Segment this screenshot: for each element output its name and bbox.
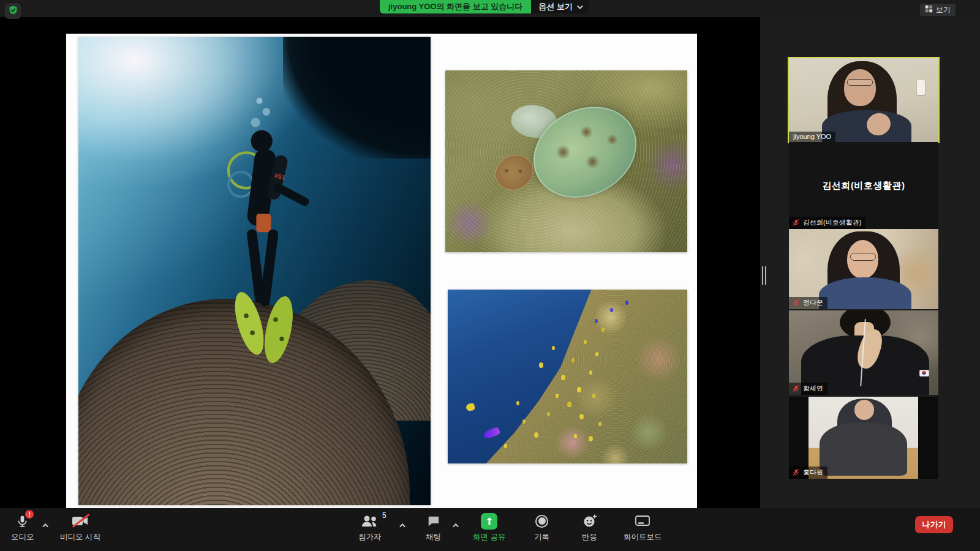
scuba-diver-silhouette: X51 <box>181 84 343 393</box>
name-tag: 홍다원 <box>789 467 827 479</box>
shared-screen-stage: X51 <box>0 17 760 508</box>
shield-check-icon <box>8 5 18 18</box>
participant-name-center: 김선희(비호생활관) <box>823 180 905 192</box>
screen-share-banner: jiyoung YOO의 화면을 보고 있습니다 옵션 보기 <box>380 0 589 13</box>
chat-button[interactable]: 채팅 <box>426 513 441 542</box>
chevron-down-icon <box>577 3 583 9</box>
muted-mic-icon <box>792 384 800 392</box>
chat-label: 채팅 <box>426 532 441 542</box>
view-button-label: 보기 <box>936 5 951 15</box>
muted-mic-icon <box>792 299 800 307</box>
light-switch <box>917 80 925 95</box>
participants-options-caret[interactable] <box>401 519 405 530</box>
chat-options-caret[interactable] <box>454 519 459 530</box>
participant-name: jiyoung YOO <box>793 133 831 140</box>
glasses <box>850 253 875 261</box>
coral-reef-wall <box>448 290 687 463</box>
turtle-head <box>489 148 540 197</box>
participant-face <box>844 69 875 106</box>
turtle-photo <box>445 70 687 252</box>
record-button[interactable]: 기록 <box>534 513 549 542</box>
participant-name: 정다운 <box>803 298 823 307</box>
diver-photo: X51 <box>78 37 431 505</box>
participants-panel: jiyoung YOO 김선희(비호생활관) 김선희(비호생활관) <box>760 17 980 508</box>
view-options-button[interactable]: 옵션 보기 <box>531 0 589 13</box>
name-tag: 황세연 <box>789 383 827 395</box>
name-tag: 정다운 <box>789 297 827 309</box>
record-icon <box>535 513 548 529</box>
banner-text: jiyoung YOO의 화면을 보고 있습니다 <box>380 0 531 13</box>
sea-turtle <box>478 78 654 236</box>
participant-name: 김선희(비호생활관) <box>803 218 861 227</box>
participant-name: 황세연 <box>803 384 823 393</box>
main-area: X51 <box>0 17 980 508</box>
zoom-meeting-window: jiyoung YOO의 화면을 보고 있습니다 옵션 보기 보기 <box>0 0 980 551</box>
participant-face <box>854 400 874 419</box>
purple-fish <box>483 426 501 440</box>
audio-alert-badge: ! <box>25 510 34 519</box>
participant-name: 홍다원 <box>803 468 823 477</box>
glasses <box>847 79 872 86</box>
video-tile-jung[interactable]: 정다운 <box>789 229 938 309</box>
audio-button[interactable]: ! 오디오 <box>11 513 34 542</box>
muted-mic-icon <box>792 219 800 227</box>
top-bar: jiyoung YOO의 화면을 보고 있습니다 옵션 보기 보기 <box>0 0 980 17</box>
panel-resize-handle[interactable] <box>762 266 767 285</box>
participants-count: 5 <box>382 511 386 520</box>
muted-mic-icon <box>792 468 800 476</box>
camera-off-icon <box>72 513 89 529</box>
video-tile-kim[interactable]: 김선희(비호생활관) 김선희(비호생활관) <box>789 142 938 229</box>
fish-school <box>448 290 451 294</box>
video-tile-jiyoung[interactable]: jiyoung YOO <box>789 58 938 142</box>
view-button[interactable]: 보기 <box>920 4 956 16</box>
view-options-label: 옵션 보기 <box>538 1 573 12</box>
participants-icon: 5 <box>361 513 379 529</box>
chat-icon <box>426 513 441 529</box>
video-label: 비디오 시작 <box>60 532 100 542</box>
share-screen-label: 화면 공유 <box>473 532 505 542</box>
participant-body <box>819 277 911 309</box>
video-tile-hong[interactable]: 홍다원 <box>789 397 938 479</box>
reactions-button[interactable]: 반응 <box>582 513 597 542</box>
participants-label: 참가자 <box>358 532 382 542</box>
video-button[interactable]: 비디오 시작 <box>60 513 100 542</box>
participants-button[interactable]: 5 참가자 <box>358 513 382 542</box>
name-tag: 김선희(비호생활관) <box>789 217 865 229</box>
record-label: 기록 <box>534 532 549 542</box>
grid-view-icon <box>925 5 933 15</box>
audio-options-caret[interactable] <box>44 519 48 530</box>
security-button[interactable] <box>5 3 21 19</box>
shared-slide: X51 <box>66 34 697 508</box>
whiteboard-label: 화이트보드 <box>624 532 662 542</box>
korea-flag-patch <box>919 370 929 377</box>
reactions-label: 반응 <box>582 532 597 542</box>
reef-photo <box>448 290 687 463</box>
share-screen-button[interactable]: 화면 공유 <box>473 513 505 542</box>
meeting-toolbar: ! 오디오 비디오 시작 5 참가자 채팅 <box>0 508 980 551</box>
share-screen-icon <box>481 513 497 530</box>
name-tag: jiyoung YOO <box>789 132 835 142</box>
video-tile-hwang[interactable]: 황세연 <box>789 310 938 395</box>
whiteboard-button[interactable]: 화이트보드 <box>624 513 662 542</box>
leave-button[interactable]: 나가기 <box>915 516 953 533</box>
participant-body <box>820 423 907 476</box>
whiteboard-icon <box>635 513 650 529</box>
yellow-fish <box>466 403 475 412</box>
mic-icon: ! <box>15 513 29 529</box>
reactions-icon <box>582 513 597 529</box>
audio-label: 오디오 <box>11 532 34 542</box>
